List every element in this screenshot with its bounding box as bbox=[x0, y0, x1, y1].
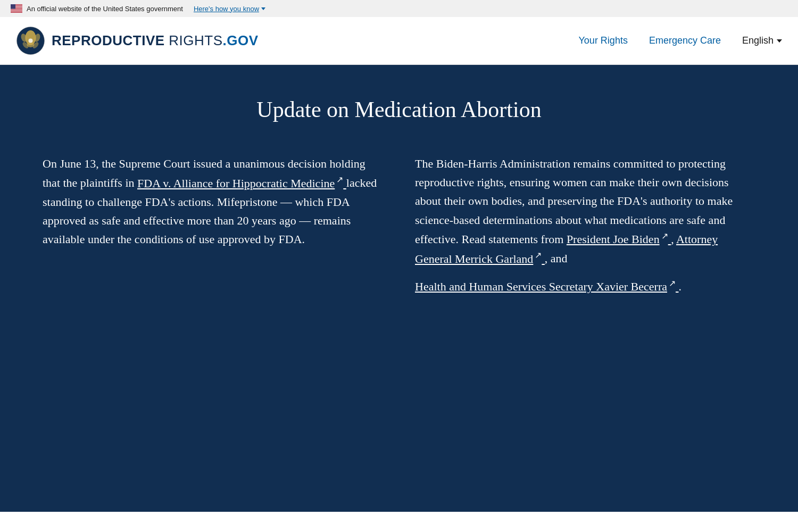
fda-alliance-link[interactable]: FDA v. Alliance for Hippocratic Medicine… bbox=[137, 177, 346, 190]
president-biden-link[interactable]: President Joe Biden↗ bbox=[567, 232, 671, 246]
hero-right-paragraph-2: Health and Human Services Secretary Xavi… bbox=[415, 277, 755, 296]
svg-rect-12 bbox=[11, 12, 22, 13]
svg-rect-8 bbox=[11, 10, 22, 10]
site-header: REPRODUCTIVE RIGHTS.GOV Your Rights Emer… bbox=[0, 17, 798, 65]
external-link-icon-2: ↗ bbox=[661, 229, 668, 243]
logo-text: REPRODUCTIVE RIGHTS.GOV bbox=[52, 32, 259, 49]
hero-right-between: , bbox=[671, 232, 676, 246]
emergency-care-link[interactable]: Emergency Care bbox=[649, 35, 721, 46]
svg-rect-9 bbox=[11, 10, 22, 11]
your-rights-link[interactable]: Your Rights bbox=[579, 35, 628, 46]
hero-left-paragraph: On June 13, the Supreme Court issued a u… bbox=[43, 154, 383, 248]
fda-alliance-text: FDA v. Alliance for Hippocratic Medicine bbox=[137, 177, 335, 190]
official-gov-text: An official website of the United States… bbox=[27, 5, 183, 13]
gov-banner-left: An official website of the United States… bbox=[11, 4, 183, 13]
external-link-icon-4: ↗ bbox=[669, 277, 676, 290]
svg-point-21 bbox=[29, 39, 33, 43]
hero-right-paragraph: The Biden-Harris Administration remains … bbox=[415, 154, 755, 268]
external-link-icon-3: ↗ bbox=[535, 248, 542, 262]
language-label: English bbox=[742, 35, 774, 46]
hero-section: Update on Medication Abortion On June 13… bbox=[0, 65, 798, 512]
hhs-eagle-icon bbox=[16, 26, 45, 55]
svg-rect-10 bbox=[11, 11, 22, 11]
svg-rect-11 bbox=[11, 12, 22, 12]
logo-light: RIGHTS bbox=[165, 32, 223, 48]
language-selector[interactable]: English bbox=[742, 35, 782, 46]
heres-how-text: Here's how you know bbox=[194, 5, 259, 13]
hero-right-and: , and bbox=[545, 252, 568, 265]
gov-banner: An official website of the United States… bbox=[0, 0, 798, 17]
hero-left-column: On June 13, the Supreme Court issued a u… bbox=[43, 154, 383, 296]
language-chevron-icon bbox=[777, 39, 782, 43]
hero-right-column: The Biden-Harris Administration remains … bbox=[415, 154, 755, 296]
hero-content: On June 13, the Supreme Court issued a u… bbox=[43, 154, 755, 296]
site-logo[interactable]: REPRODUCTIVE RIGHTS.GOV bbox=[16, 26, 259, 55]
hero-right-ending: . bbox=[679, 280, 682, 293]
logo-domain: .GOV bbox=[223, 32, 259, 48]
logo-bold: REPRODUCTIVE bbox=[52, 32, 165, 48]
svg-rect-7 bbox=[11, 9, 22, 10]
heres-how-link[interactable]: Here's how you know bbox=[194, 5, 265, 13]
main-nav: Your Rights Emergency Care English bbox=[579, 35, 783, 46]
external-link-icon-1: ↗ bbox=[336, 173, 343, 187]
us-flag-icon bbox=[11, 4, 22, 13]
banner-chevron-icon bbox=[261, 7, 265, 10]
hero-title: Update on Medication Abortion bbox=[43, 97, 755, 122]
svg-rect-13 bbox=[11, 4, 15, 9]
president-biden-text: President Joe Biden bbox=[567, 232, 660, 246]
hhs-secretary-text: Health and Human Services Secretary Xavi… bbox=[415, 280, 667, 293]
hhs-secretary-link[interactable]: Health and Human Services Secretary Xavi… bbox=[415, 280, 679, 293]
